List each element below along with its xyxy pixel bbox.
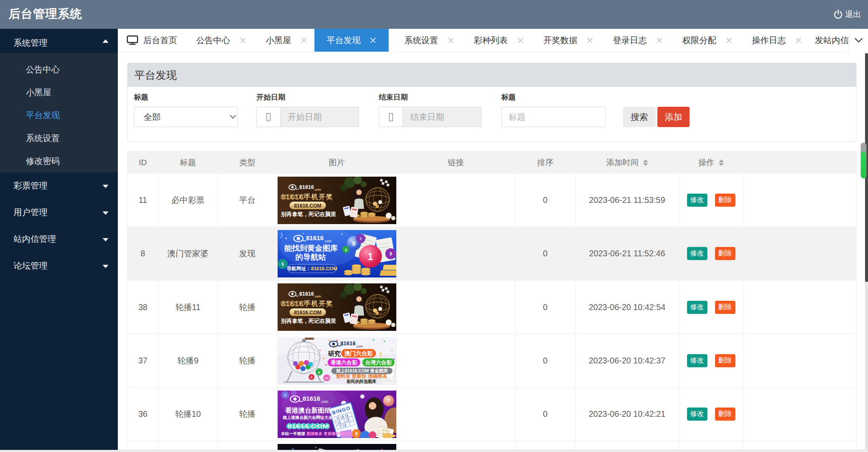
banner-image-purple[interactable] — [278, 391, 396, 438]
cell-link — [397, 334, 515, 388]
delete-button[interactable]: 删除 — [715, 301, 735, 314]
cell-type: 轮播 — [218, 280, 277, 334]
column-header-title[interactable]: 标题 — [159, 152, 218, 174]
close-icon[interactable] — [656, 37, 662, 44]
banner-image-dark[interactable] — [278, 444, 396, 450]
tab-announcement[interactable]: 公告中心 — [186, 29, 256, 52]
banner-image-light[interactable] — [278, 337, 396, 385]
sidebar-group-forum[interactable]: 论坛管理 — [0, 252, 118, 279]
close-icon[interactable] — [517, 37, 523, 44]
tab-label: 操作日志 — [752, 35, 786, 46]
table-row: 37 轮播9 轮播 0 2023-06-20 10:42:37 修改 删除 — [128, 334, 857, 388]
horizontal-scrollbar[interactable] — [0, 450, 868, 452]
monitor-icon — [127, 35, 138, 45]
delete-button[interactable]: 删除 — [715, 408, 735, 421]
triangle-down-icon — [103, 185, 108, 188]
cell-actions: 修改 删除 — [679, 174, 743, 227]
tab-send-message[interactable]: 发站内信 — [812, 29, 854, 52]
column-header-link[interactable]: 链接 — [397, 152, 515, 174]
close-icon[interactable] — [300, 37, 307, 44]
tab-draw-data[interactable]: 开奖数据 — [534, 29, 603, 52]
cell-type: 发现 — [218, 227, 277, 280]
sort-icon[interactable] — [719, 159, 724, 166]
column-header-sort[interactable]: 排序 — [515, 152, 576, 174]
banner-image-brown[interactable] — [278, 283, 396, 331]
cell-addtime — [576, 441, 679, 450]
delete-button[interactable]: 删除 — [715, 354, 735, 367]
sidebar-group-lottery[interactable]: 彩票管理 — [0, 172, 118, 199]
close-icon[interactable] — [239, 37, 246, 44]
edit-button[interactable]: 修改 — [687, 408, 707, 421]
delete-button[interactable]: 删除 — [715, 194, 735, 207]
column-header-image[interactable]: 图片 — [277, 152, 397, 174]
tab-operation-log[interactable]: 操作日志 — [742, 29, 812, 52]
tab-permissions[interactable]: 权限分配 — [673, 29, 742, 52]
cell-image — [277, 174, 397, 227]
type-select[interactable]: 全部 — [134, 107, 238, 127]
tab-lottery-list[interactable]: 彩种列表 — [464, 29, 534, 52]
column-header-addtime[interactable]: 添加时间 — [576, 152, 679, 174]
calendar-glyph — [389, 113, 393, 121]
sidebar-group-label: 论坛管理 — [14, 261, 47, 270]
cell-type: 轮播 — [218, 388, 277, 441]
close-icon[interactable] — [795, 37, 801, 44]
add-button[interactable]: 添加 — [657, 107, 690, 127]
edit-button[interactable]: 修改 — [687, 247, 707, 260]
filter-label-type: 标题 — [134, 92, 148, 102]
cell-link — [397, 280, 515, 334]
cell-sort: 0 — [515, 227, 576, 280]
cell-addtime: 2023-06-20 10:42:21 — [576, 388, 679, 441]
calendar-glyph — [267, 113, 270, 121]
sidebar-item-blackroom[interactable]: 小黑屋 — [0, 81, 118, 104]
tab-blackroom[interactable]: 小黑屋 — [256, 29, 317, 52]
sidebar-item-platform-discover[interactable]: 平台发现 — [0, 104, 118, 127]
sort-icon[interactable] — [643, 159, 648, 166]
main-content: 平台发现 标题 全部 开始日期 开始日期 结束日期 结束日期 标题 标题 — [118, 52, 868, 450]
close-icon[interactable] — [448, 37, 454, 44]
cell-id: 37 — [128, 334, 159, 388]
logout-button[interactable]: 退出 — [832, 0, 861, 29]
tab-label: 小黑屋 — [266, 35, 291, 46]
tab-overflow-button[interactable] — [849, 29, 868, 52]
sidebar-item-system-settings[interactable]: 系统设置 — [0, 127, 118, 150]
sidebar-item-change-password[interactable]: 修改密码 — [0, 150, 118, 172]
column-header-id[interactable]: ID — [128, 152, 159, 174]
sidebar-group-label: 彩票管理 — [14, 181, 47, 190]
select-value: 全部 — [144, 111, 230, 123]
delete-button[interactable]: 删除 — [715, 247, 735, 260]
cell-sort — [515, 441, 576, 450]
cell-id — [128, 441, 159, 450]
banner-image-brown[interactable] — [278, 177, 396, 224]
edit-button[interactable]: 修改 — [687, 194, 707, 207]
edit-button[interactable]: 修改 — [687, 301, 707, 314]
tab-login-log[interactable]: 登录日志 — [603, 29, 673, 52]
cell-sort: 0 — [515, 174, 576, 227]
title-input[interactable]: 标题 — [501, 107, 606, 127]
logout-label: 退出 — [845, 9, 861, 20]
tab-platform-discover[interactable]: 平台发现 — [314, 29, 389, 52]
sidebar-group-system[interactable]: 系统管理 — [0, 29, 118, 53]
banner-image-blue[interactable] — [278, 230, 396, 277]
close-icon[interactable] — [587, 37, 593, 44]
app-title: 后台管理系统 — [8, 0, 82, 29]
cell-link — [397, 174, 515, 227]
tab-system-settings[interactable]: 系统设置 — [395, 29, 464, 52]
cell-id: 11 — [128, 174, 159, 227]
search-button[interactable]: 搜索 — [623, 107, 656, 127]
close-icon[interactable] — [370, 37, 376, 44]
sidebar-group-users[interactable]: 用户管理 — [0, 199, 118, 226]
sidebar-group-messages[interactable]: 站内信管理 — [0, 226, 118, 252]
cell-filler — [743, 227, 857, 280]
column-header-actions[interactable]: 操作 — [679, 152, 743, 174]
cell-title: 轮播10 — [159, 388, 218, 441]
sidebar-item-announcement[interactable]: 公告中心 — [0, 58, 118, 81]
end-date-input[interactable]: 结束日期 — [379, 107, 481, 127]
tab-home[interactable]: 后台首页 — [118, 29, 186, 52]
cell-filler — [743, 388, 857, 441]
close-icon[interactable] — [726, 37, 732, 44]
start-date-input[interactable]: 开始日期 — [256, 107, 359, 127]
column-header-type[interactable]: 类型 — [218, 152, 277, 174]
tab-bar: 后台首页 公告中心 小黑屋 平台发现 系统设置 彩种列表 开奖数据 登录日志 权… — [118, 29, 868, 52]
edit-button[interactable]: 修改 — [687, 354, 707, 367]
scrollbar-green-thumb[interactable] — [861, 143, 866, 178]
